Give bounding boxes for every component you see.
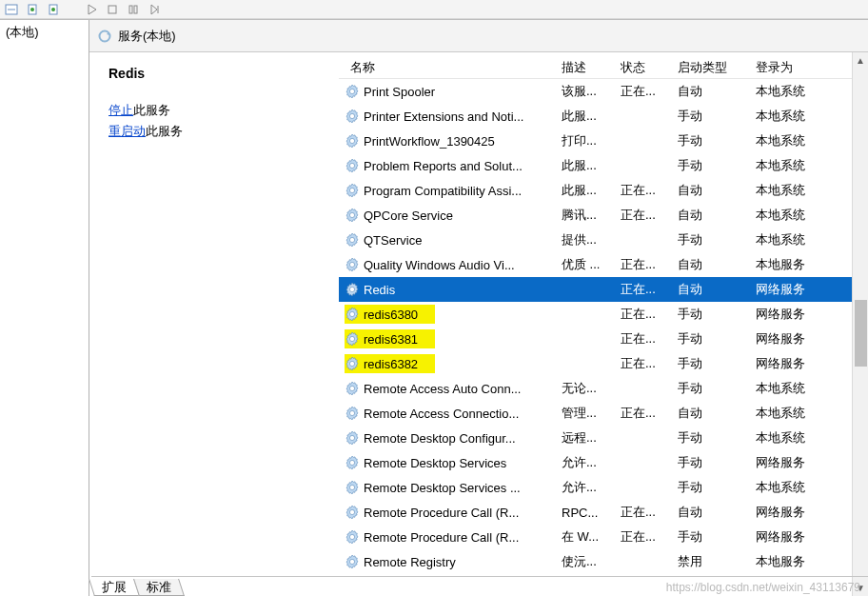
service-logon: 网络服务 xyxy=(748,355,868,372)
service-desc: 无论... xyxy=(554,380,613,397)
restart-icon[interactable] xyxy=(147,2,162,17)
col-start[interactable]: 启动类型 xyxy=(670,59,748,76)
service-desc: 在 W... xyxy=(554,528,613,546)
service-row[interactable]: Remote Desktop Services ...允许...手动本地系统 xyxy=(339,475,868,500)
col-desc[interactable]: 描述 xyxy=(554,59,613,76)
service-name: Printer Extensions and Noti... xyxy=(364,109,523,124)
gear-icon xyxy=(345,505,360,520)
service-desc: 该服... xyxy=(554,83,613,100)
service-row[interactable]: Remote Registry使沅...禁用本地服务 xyxy=(339,549,868,574)
toolbar-icon-1[interactable] xyxy=(4,2,19,17)
service-startup: 自动 xyxy=(670,182,748,199)
service-row[interactable]: redis6382正在...手动网络服务 xyxy=(339,351,868,376)
service-startup: 自动 xyxy=(670,281,748,298)
gear-icon xyxy=(345,232,360,248)
service-row[interactable]: redis6381正在...手动网络服务 xyxy=(339,327,868,351)
scroll-up-icon[interactable]: ▲ xyxy=(853,52,868,69)
pause-icon[interactable] xyxy=(126,2,141,17)
service-desc: 优质 ... xyxy=(554,256,613,273)
gear-icon xyxy=(345,158,360,173)
service-name: Remote Access Auto Conn... xyxy=(364,382,521,396)
service-logon: 本地服务 xyxy=(748,553,868,570)
service-startup: 手动 xyxy=(670,429,748,447)
toolbar xyxy=(0,0,868,19)
play-icon[interactable] xyxy=(84,2,99,17)
col-state[interactable]: 状态 xyxy=(613,59,670,76)
service-desc: 允许... xyxy=(554,454,613,471)
service-name: PrintWorkflow_1390425 xyxy=(364,134,495,149)
gear-icon xyxy=(345,183,360,198)
svg-rect-8 xyxy=(134,6,137,13)
service-name: Remote Desktop Configur... xyxy=(364,431,516,446)
column-headers: 名称 描述 状态 启动类型 登录为 xyxy=(339,52,868,79)
restart-link[interactable]: 重启动 xyxy=(108,124,146,138)
service-row[interactable]: Printer Extensions and Noti...此服...手动本地系… xyxy=(339,104,868,129)
service-logon: 本地系统 xyxy=(748,231,868,248)
service-status: 正在... xyxy=(613,528,670,546)
scrollbar[interactable]: ▲ ▼ xyxy=(852,52,868,596)
service-startup: 手动 xyxy=(670,231,748,248)
stop-link[interactable]: 停止 xyxy=(108,103,133,117)
service-desc: 远程... xyxy=(554,429,613,447)
service-row[interactable]: Program Compatibility Assi...此服...正在...自… xyxy=(339,178,868,203)
gear-icon xyxy=(345,84,360,99)
toolbar-icon-3[interactable] xyxy=(46,2,61,17)
service-row[interactable]: QPCore Service腾讯...正在...自动本地系统 xyxy=(339,203,868,228)
service-row[interactable]: redis6380正在...手动网络服务 xyxy=(339,302,868,327)
service-status: 正在... xyxy=(613,207,670,224)
service-name: Print Spooler xyxy=(364,85,435,99)
service-desc: 此服... xyxy=(554,182,613,199)
service-desc: 此服... xyxy=(554,108,613,125)
service-desc: 提供... xyxy=(554,231,613,248)
gear-icon xyxy=(345,480,360,495)
service-status: 正在... xyxy=(613,281,670,298)
service-row[interactable]: Quality Windows Audio Vi...优质 ...正在...自动… xyxy=(339,252,868,277)
service-name: Redis xyxy=(364,283,395,297)
toolbar-icon-2[interactable] xyxy=(25,2,40,17)
service-startup: 手动 xyxy=(670,306,748,323)
refresh-icon[interactable] xyxy=(97,29,112,44)
service-name: QTService xyxy=(364,233,422,248)
service-logon: 网络服务 xyxy=(748,454,868,471)
service-row[interactable]: Remote Procedure Call (R...在 W...正在...手动… xyxy=(339,525,868,549)
service-name: Remote Procedure Call (R... xyxy=(364,530,519,545)
service-row[interactable]: Remote Procedure Call (R...RPC...正在...自动… xyxy=(339,500,868,525)
gear-icon xyxy=(345,381,360,396)
service-status: 正在... xyxy=(613,256,670,273)
service-list: 名称 描述 状态 启动类型 登录为 Print Spooler该服...正在..… xyxy=(339,52,868,596)
service-row[interactable]: Redis正在...自动网络服务 xyxy=(339,277,868,302)
service-row[interactable]: Remote Access Auto Conn...无论...手动本地系统 xyxy=(339,376,868,401)
gear-icon xyxy=(345,208,360,223)
service-name: Remote Access Connectio... xyxy=(364,407,519,421)
service-logon: 本地系统 xyxy=(748,132,868,149)
service-startup: 自动 xyxy=(670,207,748,224)
stop-icon[interactable] xyxy=(105,2,120,17)
service-row[interactable]: PrintWorkflow_1390425打印...手动本地系统 xyxy=(339,129,868,153)
col-logon[interactable]: 登录为 xyxy=(748,59,868,76)
service-name: Problem Reports and Solut... xyxy=(364,159,523,173)
service-startup: 手动 xyxy=(670,355,748,372)
service-row[interactable]: Print Spooler该服...正在...自动本地系统 xyxy=(339,79,868,104)
service-status: 正在... xyxy=(613,306,670,323)
col-name[interactable]: 名称 xyxy=(339,59,554,76)
service-startup: 手动 xyxy=(670,454,748,471)
service-startup: 手动 xyxy=(670,132,748,149)
service-desc: 打印... xyxy=(554,132,613,149)
service-row[interactable]: Problem Reports and Solut...此服...手动本地系统 xyxy=(339,153,868,178)
tab-extended[interactable]: 扩展 xyxy=(89,579,140,596)
service-logon: 网络服务 xyxy=(748,306,868,323)
service-status: 正在... xyxy=(613,504,670,521)
service-row[interactable]: Remote Access Connectio...管理...正在...自动本地… xyxy=(339,401,868,426)
gear-icon xyxy=(345,554,360,569)
gear-icon xyxy=(345,430,360,446)
scroll-thumb[interactable] xyxy=(855,300,867,367)
gear-icon xyxy=(345,406,360,421)
svg-rect-6 xyxy=(108,6,116,13)
service-row[interactable]: Remote Desktop Configur...远程...手动本地系统 xyxy=(339,426,868,450)
bottom-tabs: 扩展 标准 xyxy=(91,577,181,596)
service-logon: 本地系统 xyxy=(748,157,868,174)
tree-root-local[interactable]: (本地) xyxy=(6,25,39,39)
tab-standard[interactable]: 标准 xyxy=(133,579,185,596)
service-row[interactable]: Remote Desktop Services允许...手动网络服务 xyxy=(339,450,868,475)
service-row[interactable]: QTService提供...手动本地系统 xyxy=(339,228,868,252)
